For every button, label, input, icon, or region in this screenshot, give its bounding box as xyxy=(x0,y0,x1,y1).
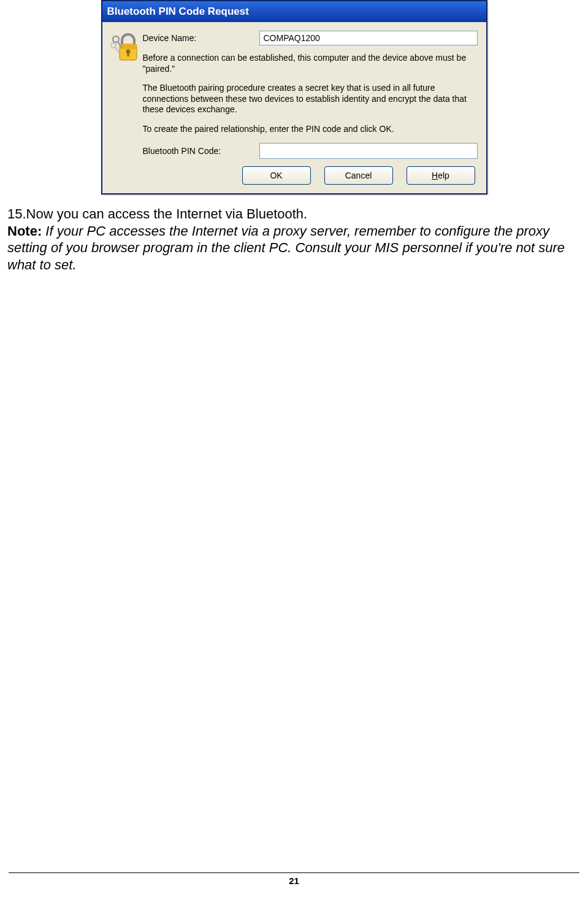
bluetooth-pin-dialog: Bluetooth PIN Code Request xyxy=(101,0,487,194)
help-button-label: Help xyxy=(432,171,449,180)
ok-button[interactable]: OK xyxy=(242,166,311,185)
dialog-title: Bluetooth PIN Code Request xyxy=(107,6,249,18)
ok-button-label: OK xyxy=(270,171,282,180)
note-paragraph: Note: If your PC accesses the Internet v… xyxy=(7,223,581,274)
document-body-text: 15.Now you can access the Internet via B… xyxy=(7,206,581,273)
svg-point-4 xyxy=(113,36,119,42)
step-15-text: 15.Now you can access the Internet via B… xyxy=(7,206,581,223)
svg-line-7 xyxy=(115,47,119,52)
note-text: If your PC accesses the Internet via a p… xyxy=(7,223,565,272)
svg-rect-1 xyxy=(120,44,137,49)
pin-code-input[interactable] xyxy=(259,143,478,159)
cancel-button-label: Cancel xyxy=(345,171,372,180)
dialog-paragraph-3: To create the paired relationship, enter… xyxy=(143,124,478,135)
svg-point-6 xyxy=(111,43,116,48)
lock-keys-icon xyxy=(111,32,140,65)
dialog-paragraph-1: Before a connection can be established, … xyxy=(143,53,478,74)
device-name-field: COMPAQ1200 xyxy=(259,31,478,45)
pin-code-label: Bluetooth PIN Code: xyxy=(143,146,259,156)
dialog-titlebar[interactable]: Bluetooth PIN Code Request xyxy=(102,1,486,22)
page-number: 21 xyxy=(289,876,299,886)
svg-rect-3 xyxy=(127,52,129,56)
device-name-label: Device Name: xyxy=(143,33,259,43)
page-footer: 21 xyxy=(9,872,579,886)
dialog-paragraph-2: The Bluetooth pairing procedure creates … xyxy=(143,83,478,115)
cancel-button[interactable]: Cancel xyxy=(324,166,393,185)
note-label: Note: xyxy=(7,223,42,239)
help-button[interactable]: Help xyxy=(407,166,475,185)
